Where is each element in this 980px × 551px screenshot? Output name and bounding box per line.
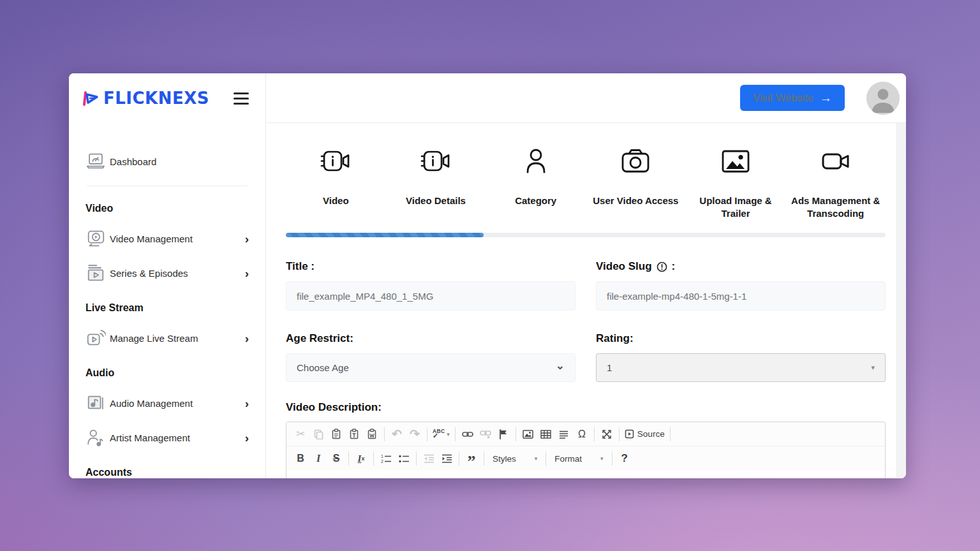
arrow-right-icon: → (820, 91, 832, 105)
sidebar-section-audio: Audio (85, 367, 249, 383)
info-icon[interactable] (657, 261, 667, 272)
redo-button: ↷ (406, 425, 424, 443)
visit-website-button[interactable]: Visit Website → (740, 85, 845, 111)
unlink-button (477, 425, 494, 443)
sidebar-nav: Dashboard Video Video Managem (69, 123, 265, 478)
video-slug-field: Video Slug : file-example-mp4-480-1-5mg-… (596, 260, 886, 311)
italic-button[interactable]: I (309, 450, 327, 467)
editor-toolbar-row1: ✂ (286, 422, 885, 446)
link-button[interactable] (459, 425, 477, 443)
scrollbar[interactable] (896, 123, 906, 478)
user-avatar[interactable] (866, 82, 900, 115)
wizard-progress-bar (286, 233, 886, 237)
blockquote-button[interactable]: ” (463, 450, 480, 467)
age-restrict-label: Age Restrict: (286, 332, 575, 345)
title-input[interactable]: file_example_MP4_480_1_5MG (286, 281, 575, 311)
sidebar-item-manage-live-stream[interactable]: Manage Live Stream › (85, 325, 249, 351)
video-slug-input[interactable]: file-example-mp4-480-1-5mg-1-1 (596, 281, 886, 311)
toolbar-separator (670, 427, 671, 441)
step-category[interactable]: Category (486, 145, 586, 220)
about-help-button[interactable]: ? (616, 450, 634, 467)
bulleted-list-button[interactable] (395, 450, 413, 467)
step-video[interactable]: Video (286, 145, 386, 220)
step-label: Upload Image & Trailer (686, 195, 786, 220)
chevron-right-icon: › (245, 332, 249, 344)
step-label: Category (515, 195, 556, 207)
strikethrough-button[interactable]: S (327, 450, 345, 467)
sidebar-item-label: Manage Live Stream (110, 333, 245, 344)
rating-select[interactable]: 1 ▾ (596, 353, 886, 382)
video-slug-colon: : (672, 260, 676, 273)
styles-dropdown[interactable]: Styles ▾ (487, 450, 542, 467)
format-dropdown[interactable]: Format ▾ (549, 450, 608, 467)
hamburger-menu-button[interactable] (231, 90, 251, 107)
svg-text:1: 1 (381, 454, 383, 459)
toolbar-separator (373, 452, 374, 466)
sidebar: FLICKNEXS (69, 73, 266, 478)
sidebar-item-audio-management[interactable]: Audio Management › (85, 390, 249, 416)
sidebar-item-dashboard[interactable]: Dashboard (85, 149, 249, 174)
spellcheck-button[interactable]: ABC ✓ ▾ (431, 425, 452, 443)
toolbar-separator (348, 452, 349, 466)
paste-button[interactable] (327, 425, 345, 443)
toolbar-separator (619, 427, 620, 441)
step-video-details[interactable]: Video Details (386, 145, 486, 220)
video-description-label: Video Description: (286, 401, 886, 414)
toolbar-separator (546, 452, 546, 466)
wizard-steps: Video Video Details (286, 145, 886, 220)
video-description-editor[interactable]: ✂ (286, 422, 886, 478)
avatar-silhouette-icon (866, 82, 900, 115)
chevron-right-icon: › (245, 267, 249, 279)
flag-button[interactable] (494, 425, 512, 443)
sidebar-item-series-episodes[interactable]: Series & Episodes › (85, 260, 249, 286)
logo-play-icon (82, 89, 101, 108)
step-user-video-access[interactable]: User Video Access (586, 145, 686, 220)
horizontal-line-button[interactable] (555, 425, 573, 443)
title-label-text: Title : (286, 260, 315, 273)
image-icon (523, 430, 533, 439)
sidebar-section-live-stream: Live Stream (85, 302, 249, 318)
artist-management-icon (85, 428, 110, 447)
video-info-icon (319, 145, 352, 178)
video-management-icon (85, 229, 110, 248)
sidebar-item-artist-management[interactable]: Artist Management › (85, 425, 249, 450)
numbered-list-button[interactable]: 1 2 (377, 450, 395, 467)
special-char-button[interactable]: Ω (573, 425, 591, 443)
person-icon (523, 145, 549, 178)
progress-fill (286, 233, 484, 237)
increase-indent-button[interactable] (438, 450, 456, 467)
desktop-background: FLICKNEXS (0, 0, 980, 551)
toolbar-separator (416, 452, 417, 466)
chevron-right-icon: › (245, 397, 249, 409)
flicknexs-logo[interactable]: FLICKNEXS (82, 89, 209, 108)
step-ads-management-transcoding[interactable]: Ads Management & Transcoding (785, 145, 886, 220)
toolbar-separator (516, 427, 516, 441)
title-field: Title : file_example_MP4_480_1_5MG (286, 260, 575, 311)
age-restrict-select[interactable]: Choose Age ⌄ (286, 353, 575, 382)
step-label: Video (323, 195, 349, 207)
indent-icon (442, 454, 452, 464)
insert-image-button[interactable] (519, 425, 537, 443)
step-upload-image-trailer[interactable]: Upload Image & Trailer (686, 145, 786, 220)
video-slug-label-text: Video Slug (596, 260, 652, 273)
video-form: Title : file_example_MP4_480_1_5MG Video… (286, 260, 886, 382)
caret-down-icon: ▾ (600, 455, 604, 462)
outdent-icon (424, 454, 434, 464)
paste-as-text-button[interactable] (345, 425, 363, 443)
source-button[interactable]: Source (623, 425, 667, 443)
image-icon (720, 145, 752, 178)
sidebar-item-label: Artist Management (110, 432, 245, 443)
rating-field: Rating: 1 ▾ (596, 332, 886, 382)
maximize-button[interactable] (598, 425, 616, 443)
title-label: Title : (286, 260, 575, 273)
chevron-right-icon: › (245, 233, 249, 245)
photo-camera-icon (620, 145, 651, 178)
sidebar-item-video-management[interactable]: Video Management › (85, 226, 249, 251)
bold-button[interactable]: B (292, 450, 309, 467)
svg-text:2: 2 (381, 459, 383, 464)
insert-table-button[interactable] (537, 425, 555, 443)
step-label: Video Details (406, 195, 466, 207)
live-stream-icon (85, 328, 110, 348)
remove-format-button[interactable]: Ix (352, 450, 370, 467)
paste-from-word-button[interactable] (363, 425, 381, 443)
